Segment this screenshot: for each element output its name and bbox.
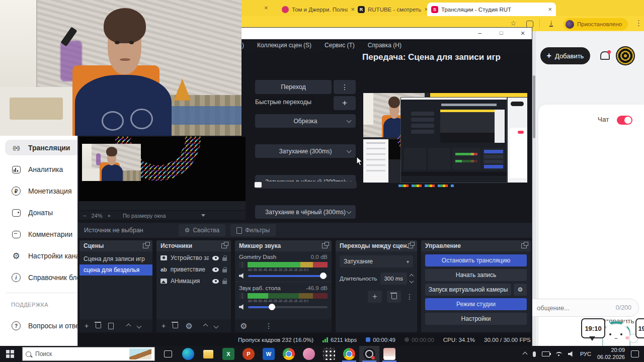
controls-header[interactable]: Управление [421,240,531,251]
sidebar-item-blogger-guide[interactable]: i Справочник блогера [0,270,78,285]
taskbar-app-powerpoint[interactable]: P [238,346,259,362]
taskbar-app-image-running[interactable] [379,346,399,362]
taskbar-search[interactable]: Поиск [22,347,155,361]
lock-icon[interactable] [222,281,227,284]
browser-tab-1[interactable]: Том и Джерри. Полная к × [278,3,359,16]
browser-tab-active[interactable]: S Трансляции - Студия RUT × [427,3,556,16]
quick-transition-dropdown-2[interactable]: Затухание (300ms) [255,144,356,158]
add-transition-button[interactable]: + [368,291,382,303]
sidebar-item-channel-settings[interactable]: ⚙ Настройки канала [0,248,78,263]
tab-close-stray[interactable]: × [264,4,268,12]
move-scene-down-button[interactable] [137,323,142,328]
bookmark-star-icon[interactable]: ☆ [510,19,517,27]
menu-tools[interactable]: Сервис (Т) [325,42,355,49]
user-avatar[interactable] [616,46,635,65]
taskbar-app-pink[interactable] [299,346,319,362]
source-properties-button[interactable]: ⚙ [185,321,192,331]
taskbar-app-grid[interactable] [319,346,339,362]
scene-filters-button[interactable] [108,323,114,329]
virtual-camera-settings-button[interactable]: ⚙ [514,284,527,296]
add-quick-transition-button[interactable]: + [334,96,356,110]
extension-icon[interactable] [526,21,533,28]
zoom-fit-select[interactable]: По размеру окна [123,213,166,219]
channel-menu-button[interactable]: ⋮ [239,293,246,299]
taskbar-app-chrome[interactable] [279,346,299,362]
lock-icon[interactable] [222,269,227,273]
popout-icon[interactable] [143,243,148,248]
mute-speaker-icon[interactable] [239,273,245,279]
paused-extension-badge[interactable]: Приостановлено [564,18,628,30]
maximize-icon[interactable]: □ [500,30,503,36]
popout-icon[interactable] [322,243,328,248]
menu-scene-collection[interactable]: Коллекция сцен (S) [257,42,311,49]
notification-center-icon[interactable] [631,350,639,357]
language-indicator[interactable]: РУС [580,351,591,357]
popout-icon[interactable] [408,243,414,248]
duration-input[interactable]: 300 ms [380,273,407,285]
menu-help[interactable]: Справка (Н) [368,42,401,49]
volume-icon[interactable] [568,351,574,357]
sidebar-item-monetization[interactable]: ₽ Монетизация [0,184,78,199]
popout-icon[interactable] [521,243,527,248]
mute-speaker-icon[interactable] [239,304,245,310]
quick-transition-dropdown-1[interactable]: Обрезка [255,114,356,128]
sidebar-item-streams[interactable]: ((•)) Трансляции [0,140,78,155]
start-recording-button[interactable]: Начать запись [425,269,527,281]
remove-source-button[interactable] [173,323,178,328]
scenes-header[interactable]: Сцены [79,240,152,251]
taskbar-app-excel[interactable]: X [218,346,238,362]
visibility-eye-icon[interactable] [212,279,219,284]
volume-slider[interactable] [248,306,328,308]
duration-spinner[interactable] [410,275,413,283]
browser-menu-icon[interactable]: ⋮ [635,19,642,28]
settings-button[interactable]: Настройки [425,313,527,325]
zoom-out-button[interactable]: − [83,213,86,219]
transition-props-button[interactable]: ⋮ [406,293,413,300]
studio-mode-button[interactable]: Режим студии [425,298,527,310]
transition-menu-button[interactable]: ⋮ [334,80,356,94]
channel-menu-button[interactable]: ⋮ [239,261,246,268]
tab-close-icon[interactable]: × [548,6,552,13]
mixer-header[interactable]: Микшер звука [235,240,332,251]
browser-tab-2[interactable]: R RUTUBE - смотреть виде × [354,3,432,16]
wifi-icon[interactable] [556,352,562,356]
clock[interactable]: 20:09 06.02.2026 [597,347,625,361]
stop-streaming-button[interactable]: Остановить трансляцию [425,254,527,266]
source-item[interactable]: Устройство за: [160,254,227,261]
taskbar-app-edge[interactable] [178,346,198,362]
minimize-icon[interactable]: – [478,29,481,37]
add-source-button[interactable]: + [162,322,166,329]
advanced-audio-button[interactable]: ⚙ [240,321,247,331]
sidebar-item-comments[interactable]: Комментарии [0,227,78,242]
transition-button[interactable]: Переход [255,80,332,94]
sidebar-item-faq[interactable]: ? Вопросы и ответы [0,318,78,333]
sidebar-item-analytics[interactable]: Аналитика [0,162,78,177]
lock-icon[interactable] [222,257,227,261]
chat-toggle[interactable] [617,116,632,125]
properties-button[interactable]: ⚙Свойства [179,224,225,236]
visibility-eye-icon[interactable] [212,256,219,260]
move-source-up-button[interactable] [203,323,208,328]
sources-header[interactable]: Источники [156,240,231,251]
taskbar-app-obs-running[interactable] [359,346,379,362]
remove-transition-button[interactable] [387,291,401,303]
volume-slider[interactable] [248,275,328,277]
add-button[interactable]: + Добавить [540,47,590,64]
quick-transition-dropdown-4[interactable]: Затухание в чёрный (300ms) [255,205,356,219]
microphone-icon[interactable] [533,351,536,357]
mixer-menu-button[interactable]: ⋮ [265,322,272,329]
page-scrollbar-thumb[interactable] [533,75,535,138]
visibility-eye-icon[interactable] [212,267,219,272]
taskbar-app-word[interactable]: W [259,346,279,362]
move-scene-up-button[interactable] [126,323,131,328]
taskbar-app-chrome-running[interactable] [339,346,359,362]
download-icon[interactable]: ↓ [549,19,553,27]
filters-button[interactable]: Фильтры [230,224,276,236]
scene-item[interactable]: Сцена для записи игр [79,253,152,264]
horizontal-scrollbar[interactable] [254,182,357,188]
sidebar-item-donations[interactable]: Донаты [0,205,78,220]
scrollbar-thumb[interactable] [255,182,262,188]
battery-icon[interactable] [542,351,550,356]
popout-icon[interactable] [221,243,227,248]
close-icon[interactable]: × [521,29,525,37]
